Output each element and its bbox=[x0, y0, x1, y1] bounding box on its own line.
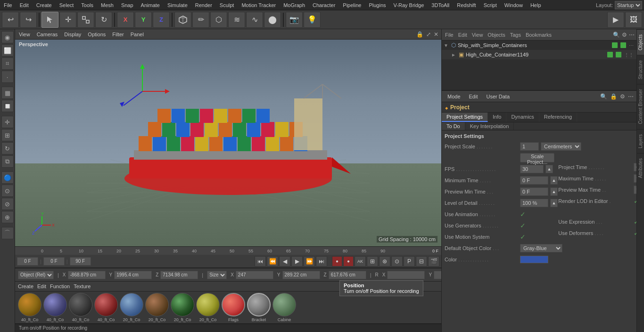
menu-render[interactable]: Render bbox=[191, 1, 216, 9]
material-item-9[interactable]: Bracket bbox=[247, 293, 271, 322]
texture-mode-button[interactable]: ▦ bbox=[1, 87, 14, 99]
attr-defaultcolor-select[interactable]: Gray-Blue None Layer bbox=[520, 244, 562, 252]
attr-lock-icon[interactable]: 🔒 bbox=[610, 93, 617, 100]
menu-edit[interactable]: Edit bbox=[16, 1, 33, 9]
polygon-button[interactable]: ⬡ bbox=[210, 12, 227, 28]
rvtab-structure[interactable]: Structure bbox=[637, 55, 644, 84]
size-x-input[interactable] bbox=[236, 271, 273, 279]
menu-pipeline[interactable]: Pipeline bbox=[339, 1, 365, 9]
lod-stepper[interactable]: ▲ bbox=[550, 199, 558, 207]
attr-lod-input[interactable] bbox=[520, 199, 548, 207]
redo-button[interactable]: ↪ bbox=[20, 12, 37, 28]
rot-x-input[interactable] bbox=[387, 271, 425, 279]
material-item-5[interactable]: 20_ft_Co bbox=[145, 293, 169, 322]
menu-snap[interactable]: Snap bbox=[117, 1, 137, 9]
timeline-extra1[interactable]: ⊞ bbox=[367, 256, 378, 267]
obj-bookmarks-btn[interactable]: Bookmarks bbox=[524, 32, 553, 38]
camera-button[interactable]: 📷 bbox=[286, 12, 303, 28]
attr-tab-referencing[interactable]: Referencing bbox=[539, 113, 577, 122]
vp-menu-cameras[interactable]: Cameras bbox=[35, 31, 60, 38]
rotate-button-left[interactable]: ↻ bbox=[1, 142, 14, 154]
spline-button[interactable]: ⌒ bbox=[1, 227, 14, 239]
step-forward-button[interactable]: ⏩ bbox=[304, 256, 315, 267]
timeline-current-input[interactable] bbox=[43, 257, 65, 266]
mat-menu-edit[interactable]: Edit bbox=[37, 283, 46, 289]
edge-mode-button[interactable]: ⌗ bbox=[1, 57, 14, 70]
move-button[interactable]: ✛ bbox=[1, 116, 14, 128]
deform-button[interactable]: ≋ bbox=[228, 12, 245, 28]
menu-sculpt[interactable]: Sculpt bbox=[216, 1, 238, 9]
vp-menu-filter[interactable]: Filter bbox=[110, 31, 125, 38]
axis-x-button[interactable]: X bbox=[117, 12, 134, 28]
move-tool-button[interactable]: ✛ bbox=[59, 12, 76, 28]
material-item-2[interactable]: 40_ft_Co bbox=[69, 293, 92, 322]
size-y-input[interactable] bbox=[282, 271, 320, 279]
rvtab-content[interactable]: Content Browser bbox=[637, 84, 644, 129]
attr-tab-project-settings[interactable]: Project Settings bbox=[442, 113, 488, 122]
record-pos-button[interactable]: ● bbox=[332, 256, 342, 267]
paint-button[interactable]: ⊙ bbox=[1, 185, 14, 197]
menu-character[interactable]: Character bbox=[309, 1, 339, 9]
undo-button[interactable]: ↩ bbox=[2, 12, 19, 28]
snap-button[interactable]: 🔵 bbox=[1, 171, 14, 184]
material-item-7[interactable]: 20_ft_Co bbox=[196, 293, 220, 322]
pos-x-input[interactable] bbox=[68, 271, 106, 279]
attr-subtab-keyinterp[interactable]: Key Interpolation bbox=[465, 122, 514, 130]
menu-3dtoall[interactable]: 3DToAll bbox=[428, 1, 453, 9]
rotate-tool-button[interactable]: ↻ bbox=[95, 12, 112, 28]
menu-motion-tracker[interactable]: Motion Tracker bbox=[238, 1, 280, 9]
curve-button[interactable]: ∿ bbox=[246, 12, 263, 28]
pos-y-input[interactable] bbox=[114, 271, 152, 279]
viewport[interactable]: Perspective bbox=[15, 40, 441, 246]
object-row-container[interactable]: ► ▣ High_Cube_Container1149 ⋮⋮ bbox=[442, 50, 636, 59]
vp-lock-icon[interactable]: 🔒 bbox=[415, 31, 424, 38]
axis-y-button[interactable]: Y bbox=[135, 12, 152, 28]
timeline-start-input[interactable] bbox=[17, 257, 38, 266]
attr-edit-btn[interactable]: Edit bbox=[466, 93, 481, 100]
obj-more-icon[interactable]: ⋯ bbox=[629, 32, 635, 38]
menu-tools[interactable]: Tools bbox=[77, 1, 97, 9]
vp-expand-icon[interactable]: ⤢ bbox=[425, 31, 432, 38]
jump-start-button[interactable]: ⏮ bbox=[255, 256, 266, 267]
material-item-8[interactable]: Flags bbox=[222, 293, 245, 322]
knife-button[interactable]: ⊘ bbox=[1, 198, 14, 210]
layout-select[interactable]: Startup bbox=[615, 1, 642, 9]
vp-menu-display[interactable]: Display bbox=[62, 31, 83, 38]
rvtab-layers[interactable]: Layers bbox=[637, 129, 644, 153]
mintime-stepper-up[interactable]: ▲ bbox=[550, 176, 558, 185]
timeline-extra5[interactable]: ⊟ bbox=[416, 256, 427, 267]
play-button[interactable]: ▶ bbox=[291, 256, 303, 267]
obj-objects-btn[interactable]: Objects bbox=[486, 32, 506, 38]
attr-tab-info[interactable]: Info bbox=[488, 113, 506, 122]
menu-mesh[interactable]: Mesh bbox=[97, 1, 117, 9]
mat-menu-function[interactable]: Function bbox=[50, 283, 70, 289]
menu-redshift[interactable]: Redshift bbox=[453, 1, 479, 9]
field-button[interactable]: ⬤ bbox=[264, 12, 281, 28]
menu-file[interactable]: File bbox=[0, 1, 16, 9]
attr-mode-btn[interactable]: Mode bbox=[445, 93, 463, 100]
cube-button[interactable] bbox=[174, 12, 191, 28]
menu-mograph[interactable]: MoGraph bbox=[280, 1, 309, 9]
attr-usegenerators-check[interactable]: ✓ bbox=[520, 222, 526, 229]
previewmintime-stepper[interactable]: ▲ bbox=[550, 187, 558, 196]
point-mode-button[interactable]: · bbox=[1, 71, 14, 83]
attr-scale-input[interactable] bbox=[520, 142, 539, 151]
select-tool-button[interactable] bbox=[41, 12, 58, 28]
attr-mintime-input[interactable] bbox=[520, 176, 548, 185]
attr-previewmintime-input[interactable] bbox=[520, 187, 548, 196]
vp-close-icon[interactable]: ✕ bbox=[433, 31, 439, 38]
vp-menu-options[interactable]: Options bbox=[86, 31, 107, 38]
render-button[interactable]: ▶ bbox=[607, 12, 624, 28]
pos-z-input[interactable] bbox=[160, 271, 198, 279]
scale-button-left[interactable]: ⊞ bbox=[1, 129, 14, 141]
model-mode-button[interactable]: ◉ bbox=[1, 31, 14, 43]
obj-file-btn[interactable]: File bbox=[444, 32, 455, 38]
jump-end-button[interactable]: ⏭ bbox=[316, 256, 327, 267]
size-mode-select[interactable]: Size bbox=[207, 271, 227, 279]
material-item-1[interactable]: 40_ft_Co bbox=[43, 293, 67, 322]
attr-useanimation-check[interactable]: ✓ bbox=[520, 211, 526, 218]
uv-button[interactable]: 🔲 bbox=[1, 100, 14, 112]
timeline-extra3[interactable]: ⊙ bbox=[391, 256, 403, 267]
axis-z-button[interactable]: Z bbox=[153, 12, 170, 28]
menu-script[interactable]: Script bbox=[480, 1, 501, 9]
